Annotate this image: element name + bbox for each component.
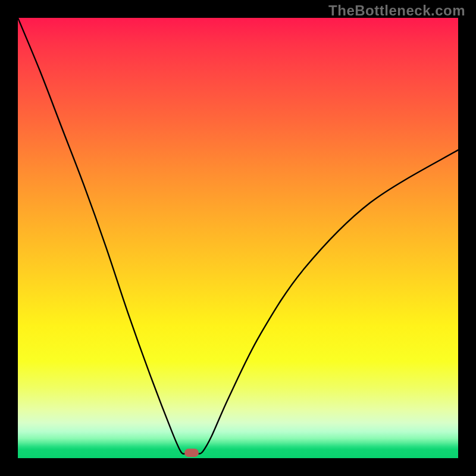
watermark-text: TheBottleneck.com (328, 2, 465, 19)
plot-area (18, 18, 458, 458)
curve-svg (18, 18, 458, 458)
bottleneck-curve-path (18, 18, 458, 454)
chart-frame: TheBottleneck.com (0, 0, 476, 476)
min-marker (184, 449, 199, 457)
